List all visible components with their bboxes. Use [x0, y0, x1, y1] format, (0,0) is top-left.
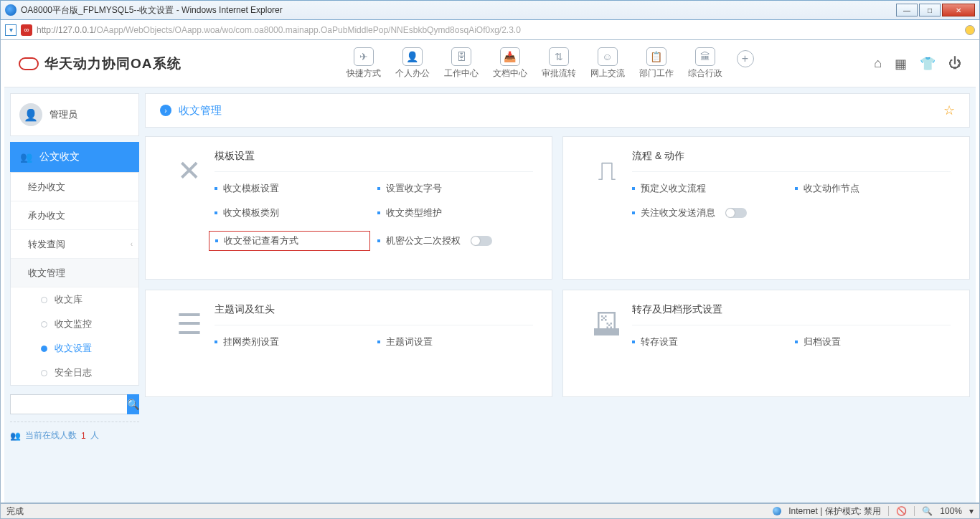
zoom-dropdown-icon[interactable]: ▾: [969, 506, 974, 516]
home-icon[interactable]: ⌂: [874, 56, 882, 71]
subitem-monitor[interactable]: 收文监控: [11, 312, 138, 336]
people-icon: 👥: [10, 431, 21, 441]
card-template-settings: ✕ 模板设置 收文模板设置 设置收文字号 收文模板类别 收文类型维护 收文登记查…: [145, 136, 552, 280]
card-title: 模板设置: [215, 150, 533, 172]
subitem-archive[interactable]: 收文库: [11, 287, 138, 312]
compatibility-icon[interactable]: [965, 25, 975, 35]
link-archive-set[interactable]: 归档设置: [795, 335, 951, 348]
link-action-node[interactable]: 收文动作节点: [795, 182, 951, 195]
nav-approval[interactable]: ⇅审批流转: [542, 47, 576, 80]
sidebar-item-handle[interactable]: 经办收文: [11, 173, 138, 201]
nav-add-button[interactable]: +: [737, 50, 754, 67]
nav-dept-work[interactable]: 📋部门工作: [639, 47, 674, 80]
zoom-value: 100%: [940, 506, 962, 516]
list-gear-icon: ☰: [164, 303, 215, 379]
sidebar: 👤 管理员 👥 公文收文 经办收文 承办收文 转发查阅‹ 收文管理 收文库 收文…: [4, 87, 145, 503]
link-template-category[interactable]: 收文模板类别: [215, 206, 370, 219]
card-title: 流程 & 动作: [632, 150, 951, 172]
sidebar-item-undertake[interactable]: 承办收文: [11, 201, 138, 230]
chevron-right-icon: ›: [160, 105, 171, 116]
logo-mark-icon: [19, 57, 39, 70]
window-title: OA8000平台版_FPLMYSQL5--收文设置 - Windows Inte…: [21, 4, 283, 16]
zone-text: Internet | 保护模式: 禁用: [788, 505, 881, 518]
card-title: 主题词及红头: [215, 303, 533, 325]
subitem-log[interactable]: 安全日志: [11, 361, 138, 385]
person-icon: 👤: [402, 47, 423, 66]
online-status: 👥 当前在线人数 1人: [10, 422, 139, 442]
close-button[interactable]: ✕: [942, 4, 975, 16]
window-titlebar: OA8000平台版_FPLMYSQL5--收文设置 - Windows Inte…: [0, 0, 980, 20]
sidebar-panel: 经办收文 承办收文 转发查阅‹ 收文管理 收文库 收文监控 收文设置 安全日志: [10, 172, 139, 386]
url-field[interactable]: http://127.0.0.1/OAapp/WebObjects/OAapp.…: [37, 25, 961, 35]
app-viewport: 华天动力协同OA系统 ✈快捷方式 👤个人办公 🗄工作中心 📥文档中心 ⇅审批流转…: [0, 40, 980, 503]
status-bar: 完成 Internet | 保护模式: 禁用 🚫 🔍 100% ▾: [0, 503, 980, 519]
minimize-button[interactable]: —: [896, 4, 918, 16]
favicon-icon: ∞: [21, 24, 32, 36]
card-title: 转存及归档形式设置: [632, 303, 951, 325]
star-icon[interactable]: ☆: [943, 103, 955, 118]
chevron-left-icon: ‹: [131, 240, 133, 248]
search-input[interactable]: [10, 394, 127, 414]
link-set-number[interactable]: 设置收文字号: [377, 182, 533, 195]
sidebar-item-forward[interactable]: 转发查阅‹: [11, 230, 138, 259]
calendar-icon: 📋: [646, 47, 666, 66]
archive-box-icon: 🗳: [582, 303, 632, 379]
page-title: 收文管理: [179, 104, 222, 118]
card-archive-form: 🗳 转存及归档形式设置 转存设置 归档设置: [562, 290, 970, 397]
sidebar-item-manage[interactable]: 收文管理: [11, 259, 138, 287]
card-subject-redhead: ☰ 主题词及红头 挂网类别设置 主题词设置: [145, 290, 552, 397]
ie-icon: [5, 4, 17, 16]
toggle-follow-msg[interactable]: [725, 208, 747, 218]
nav-online-chat[interactable]: ☺网上交流: [590, 47, 625, 80]
logo-text: 华天动力协同OA系统: [44, 54, 182, 73]
people-icon: 👥: [20, 151, 32, 163]
paper-plane-icon: ✈: [354, 47, 374, 66]
link-transfer-set[interactable]: 转存设置: [632, 335, 788, 348]
nav-shortcut[interactable]: ✈快捷方式: [347, 47, 381, 80]
breadcrumb: › 收文管理 ☆: [145, 93, 970, 128]
zoom-out-button[interactable]: 🔍: [922, 506, 933, 516]
shirt-icon[interactable]: 👕: [920, 56, 936, 72]
nav-personal[interactable]: 👤个人办公: [395, 47, 430, 80]
link-template-set[interactable]: 收文模板设置: [215, 182, 370, 195]
link-net-category[interactable]: 挂网类别设置: [215, 335, 370, 348]
avatar-icon: 👤: [19, 103, 42, 126]
tools-icon: ✕: [164, 150, 215, 262]
logo: 华天动力协同OA系统: [19, 54, 182, 73]
building-icon: 🏛: [695, 47, 715, 66]
link-predef-flow[interactable]: 预定义收文流程: [632, 182, 788, 195]
maximize-button[interactable]: □: [919, 4, 941, 16]
topbar: 华天动力协同OA系统 ✈快捷方式 👤个人办公 🗄工作中心 📥文档中心 ⇅审批流转…: [4, 40, 976, 87]
flow-icon: ⇅: [549, 47, 569, 66]
status-text: 完成: [6, 505, 24, 518]
protected-mode-icon[interactable]: 🚫: [896, 506, 907, 516]
top-nav: ✈快捷方式 👤个人办公 🗄工作中心 📥文档中心 ⇅审批流转 ☺网上交流 📋部门工…: [347, 47, 754, 80]
card-flow-actions: ⎍ 流程 & 动作 预定义收文流程 收文动作节点 关注收文发送消息: [562, 136, 970, 280]
link-subject-set[interactable]: 主题词设置: [377, 335, 533, 348]
link-register-view-mode[interactable]: 收文登记查看方式: [209, 231, 370, 251]
link-secret-reauth[interactable]: 机密公文二次授权: [377, 231, 533, 251]
link-follow-send-msg[interactable]: 关注收文发送消息: [632, 206, 788, 219]
chat-icon: ☺: [598, 47, 618, 66]
subitem-settings[interactable]: 收文设置: [11, 336, 138, 361]
user-name: 管理员: [50, 108, 77, 121]
nav-admin[interactable]: 🏛综合行政: [688, 47, 722, 80]
sidebar-header[interactable]: 👥 公文收文: [10, 142, 139, 172]
link-type-maintain[interactable]: 收文类型维护: [377, 206, 533, 219]
nav-work-center[interactable]: 🗄工作中心: [444, 47, 479, 80]
security-shield-icon[interactable]: ▾: [5, 24, 17, 36]
search-row: 🔍: [10, 394, 139, 414]
briefcase-icon: 🗄: [451, 47, 471, 66]
toggle-secret-reauth[interactable]: [471, 236, 492, 246]
search-button[interactable]: 🔍: [127, 394, 139, 414]
inbox-icon: 📥: [500, 47, 520, 66]
power-icon[interactable]: ⏻: [948, 56, 961, 71]
address-bar: ▾ ∞ http://127.0.0.1/OAapp/WebObjects/OA…: [0, 20, 980, 40]
globe-icon: [773, 507, 781, 515]
bars-gear-icon: ⎍: [582, 150, 632, 262]
main-content: › 收文管理 ☆ ✕ 模板设置 收文模板设置 设置收文字号 收文模板类别 收文类…: [145, 87, 976, 503]
nav-doc-center[interactable]: 📥文档中心: [493, 47, 527, 80]
apps-icon[interactable]: ▦: [895, 56, 907, 72]
user-card[interactable]: 👤 管理员: [10, 93, 139, 136]
